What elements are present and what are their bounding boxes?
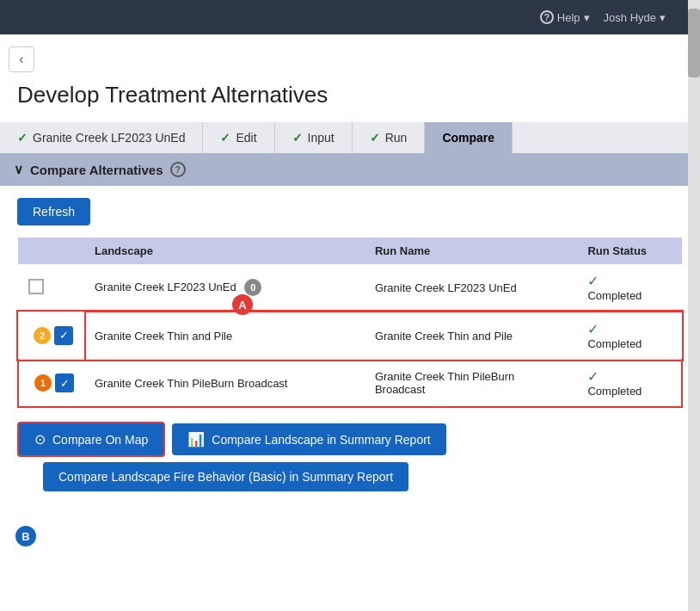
row1-badge: 0 bbox=[244, 279, 261, 296]
row2-status: Completed bbox=[587, 337, 642, 350]
tab-edit-label: Edit bbox=[236, 131, 256, 145]
table-row: 1 ✓ Granite Creek Thin PileBurn Broadcas… bbox=[18, 360, 682, 408]
annotation-a: A bbox=[232, 294, 253, 315]
help-chevron: ▾ bbox=[584, 11, 590, 24]
user-label: Josh Hyde bbox=[604, 11, 656, 24]
row2-landscape-cell: Granite Creek Thin and Pile bbox=[84, 312, 365, 360]
tab-edit[interactable]: ✓ Edit bbox=[203, 122, 274, 153]
section-collapse-icon: ∨ bbox=[14, 162, 23, 177]
col-run-name: Run Name bbox=[365, 238, 578, 264]
row3-checkbox-cell[interactable]: 1 ✓ bbox=[18, 360, 84, 408]
row1-status: Completed bbox=[587, 289, 642, 302]
tab-input[interactable]: ✓ Input bbox=[275, 122, 353, 153]
status-check-icon: ✓ bbox=[587, 369, 599, 384]
section-title: Compare Alternatives bbox=[30, 163, 163, 177]
compare-on-map-button[interactable]: ⊙ Compare On Map bbox=[17, 422, 165, 457]
row3-status-cell: ✓ Completed bbox=[577, 360, 682, 408]
checkbox-unchecked[interactable] bbox=[28, 279, 44, 294]
bottom-buttons: ⊙ Compare On Map 📊 Compare Landscape in … bbox=[17, 422, 683, 491]
col-landscape: Landscape bbox=[84, 238, 365, 264]
row2-order-badge: 2 bbox=[34, 327, 51, 344]
tab-compare[interactable]: Compare bbox=[425, 122, 513, 153]
bottom-row-2: Compare Landscape Fire Behavior (Basic) … bbox=[17, 462, 683, 491]
row3-run-name-cell: Granite Creek Thin PileBurnBroadcast bbox=[365, 360, 578, 408]
row1-status-cell: ✓ Completed bbox=[577, 264, 682, 312]
row3-landscape-cell: Granite Creek Thin PileBurn Broadcast bbox=[84, 360, 365, 408]
tabs-row: ✓ Granite Creek LF2023 UnEd ✓ Edit ✓ Inp… bbox=[0, 122, 700, 153]
table-header-row: Landscape Run Name Run Status bbox=[18, 238, 682, 264]
user-menu[interactable]: Josh Hyde ▾ bbox=[604, 11, 666, 24]
check-granite: ✓ bbox=[17, 131, 28, 145]
row2-landscape: Granite Creek Thin and Pile bbox=[95, 330, 232, 343]
row1-checkbox-cell[interactable] bbox=[18, 264, 84, 312]
tab-granite[interactable]: ✓ Granite Creek LF2023 UnEd bbox=[0, 122, 203, 153]
col-checkbox bbox=[18, 238, 84, 264]
table-row: 2 ✓ Granite Creek Thin and Pile Granite … bbox=[18, 312, 682, 360]
help-label: Help bbox=[557, 11, 580, 24]
tab-granite-label: Granite Creek LF2023 UnEd bbox=[33, 131, 185, 145]
status-check-icon: ✓ bbox=[587, 322, 599, 336]
check-edit: ✓ bbox=[220, 131, 230, 145]
compare-summary-label: Compare Landscape in Summary Report bbox=[212, 433, 430, 447]
scrollbar-thumb[interactable] bbox=[688, 9, 700, 77]
content-area: Refresh Landscape Run Name Run Status Gr… bbox=[0, 186, 700, 503]
user-chevron: ▾ bbox=[660, 11, 666, 24]
row1-run-name: Granite Creek LF2023 UnEd bbox=[365, 264, 578, 312]
scrollbar[interactable] bbox=[688, 0, 700, 611]
row2-checkbox-cell[interactable]: 2 ✓ bbox=[18, 312, 84, 360]
map-icon: ⊙ bbox=[34, 431, 46, 447]
help-circle-icon: ? bbox=[540, 10, 554, 24]
checkbox-checked[interactable]: ✓ bbox=[55, 373, 74, 392]
marker-b: B bbox=[15, 526, 36, 546]
status-check-icon: ✓ bbox=[587, 274, 599, 288]
compare-fire-label: Compare Landscape Fire Behavior (Basic) … bbox=[58, 470, 393, 484]
col-run-status: Run Status bbox=[577, 238, 682, 264]
tab-input-label: Input bbox=[308, 131, 335, 145]
compare-table: Landscape Run Name Run Status Granite Cr… bbox=[17, 238, 683, 408]
back-button[interactable]: ‹ bbox=[9, 46, 34, 72]
tab-run-label: Run bbox=[385, 131, 408, 145]
row3-landscape: Granite Creek Thin PileBurn Broadcast bbox=[95, 377, 287, 390]
table-row: Granite Creek LF2023 UnEd 0 Granite Cree… bbox=[18, 264, 682, 312]
marker-a: A bbox=[232, 294, 253, 315]
compare-fire-button[interactable]: Compare Landscape Fire Behavior (Basic) … bbox=[43, 462, 408, 491]
chart-icon: 📊 bbox=[187, 431, 205, 447]
page-title: Develop Treatment Alternatives bbox=[17, 82, 683, 108]
check-input: ✓ bbox=[292, 131, 303, 145]
help-link[interactable]: ? Help ▾ bbox=[540, 10, 590, 24]
compare-on-map-label: Compare On Map bbox=[52, 433, 148, 447]
row2-status-cell: ✓ Completed bbox=[577, 312, 682, 360]
row1-landscape: Granite Creek LF2023 UnEd bbox=[95, 281, 236, 293]
bottom-row-1: ⊙ Compare On Map 📊 Compare Landscape in … bbox=[17, 422, 683, 457]
row2-run-name: Granite Creek Thin and Pile bbox=[365, 312, 578, 360]
row3-run-name: Granite Creek Thin PileBurnBroadcast bbox=[375, 370, 514, 396]
annotation-b: B bbox=[15, 526, 36, 546]
compare-summary-button[interactable]: 📊 Compare Landscape in Summary Report bbox=[172, 423, 445, 455]
checkbox-checked[interactable]: ✓ bbox=[54, 326, 73, 345]
check-run: ✓ bbox=[370, 131, 380, 145]
tab-compare-label: Compare bbox=[442, 131, 494, 145]
section-header: ∨ Compare Alternatives ? bbox=[0, 153, 700, 186]
refresh-button[interactable]: Refresh bbox=[17, 198, 90, 225]
row3-status: Completed bbox=[587, 385, 642, 398]
row3-order-badge: 1 bbox=[34, 374, 52, 392]
row1-landscape-cell: Granite Creek LF2023 UnEd 0 bbox=[84, 264, 365, 312]
tab-run[interactable]: ✓ Run bbox=[353, 122, 426, 153]
top-nav: ? Help ▾ Josh Hyde ▾ bbox=[0, 0, 700, 34]
section-help-icon[interactable]: ? bbox=[170, 162, 186, 177]
